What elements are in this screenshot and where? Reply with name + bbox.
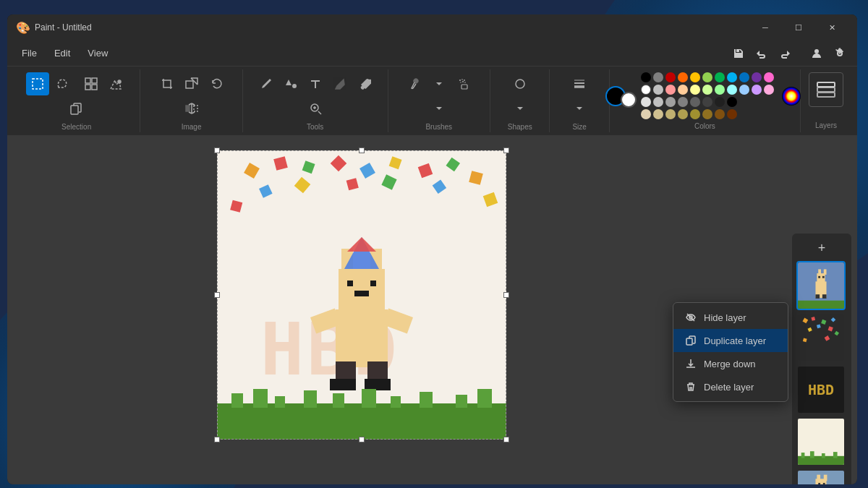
color-vltgreen[interactable] — [702, 85, 712, 95]
maximize-button[interactable]: ☐ — [782, 14, 815, 40]
layer-thumb-2[interactable] — [796, 313, 846, 362]
shape-dropdown[interactable] — [509, 97, 532, 120]
brush-main-tool[interactable] — [403, 72, 426, 95]
text-tool[interactable] — [304, 72, 327, 95]
menu-view[interactable]: View — [79, 45, 116, 61]
resize-tool[interactable] — [180, 72, 203, 95]
zoom-tool[interactable] — [304, 97, 327, 120]
ctx-hide-layer[interactable]: Hide layer — [673, 306, 788, 329]
color-ltblue[interactable] — [727, 72, 737, 82]
pencil-tool[interactable] — [255, 72, 278, 95]
color-ltorange[interactable] — [678, 85, 688, 95]
flip-tool[interactable] — [180, 97, 203, 120]
eyedropper-tool[interactable] — [353, 72, 376, 95]
brush-chevron[interactable] — [427, 72, 451, 95]
settings-icon-btn[interactable] — [830, 43, 850, 64]
background-color[interactable] — [621, 92, 637, 108]
crop-tool[interactable] — [156, 72, 179, 95]
color-circle-4[interactable] — [678, 97, 688, 107]
rotate-tool[interactable] — [205, 72, 228, 95]
color-yellow[interactable] — [690, 72, 700, 82]
color-purple[interactable] — [752, 72, 762, 82]
ctx-delete-layer[interactable]: Delete layer — [673, 375, 788, 398]
spray-tool[interactable] — [452, 72, 475, 95]
color-green[interactable] — [715, 72, 725, 82]
color-ltcyan[interactable] — [727, 85, 737, 95]
ctx-merge-down[interactable]: Merge down — [673, 352, 788, 375]
color-warm-4[interactable] — [678, 109, 688, 119]
brush-right-tool[interactable] — [427, 97, 451, 120]
handle-top-center[interactable] — [359, 147, 365, 153]
layer-thumb-5[interactable] — [796, 469, 846, 484]
color-red[interactable] — [665, 72, 676, 82]
user-icon-btn[interactable] — [807, 43, 827, 64]
handle-bot-center[interactable] — [359, 437, 365, 442]
color-circle-5[interactable] — [690, 97, 700, 107]
color-warm-3[interactable] — [665, 109, 676, 119]
color-ltblue2[interactable] — [739, 85, 749, 95]
magic-select-tool[interactable] — [104, 72, 127, 95]
ctx-duplicate-layer[interactable]: Duplicate layer — [673, 329, 788, 352]
undo-icon-btn[interactable] — [752, 43, 772, 64]
handle-bot-left[interactable] — [214, 437, 220, 442]
shape-main[interactable] — [509, 72, 532, 95]
size-tools — [558, 72, 600, 120]
layer-thumb-3[interactable]: HBD — [796, 365, 846, 414]
size-dropdown[interactable] — [568, 97, 591, 120]
color-black[interactable] — [641, 72, 651, 82]
redo-icon-btn[interactable] — [775, 43, 795, 64]
layer-thumb-4[interactable] — [796, 417, 846, 466]
color-warm-2[interactable] — [653, 109, 663, 119]
color-ltgreen[interactable] — [702, 72, 712, 82]
layer-thumb-1[interactable] — [796, 261, 846, 310]
color-pink[interactable] — [764, 72, 774, 82]
handle-mid-right[interactable] — [503, 292, 509, 298]
color-ltpurple[interactable] — [752, 85, 762, 95]
color-circle-7[interactable] — [715, 97, 725, 107]
color-circle-3[interactable] — [665, 97, 676, 107]
color-ltgreen2[interactable] — [715, 85, 725, 95]
layers-panel-button[interactable] — [809, 72, 843, 107]
color-warm-6[interactable] — [702, 109, 712, 119]
select-freeform-tool[interactable] — [51, 72, 74, 95]
color-row-2 — [641, 85, 774, 95]
color-circle-1[interactable] — [641, 97, 651, 107]
color-circle-8[interactable] — [727, 97, 737, 107]
eraser-tool[interactable] — [328, 72, 352, 95]
select-all-tool[interactable] — [80, 72, 103, 95]
layers-panel: + — [792, 234, 851, 484]
color-warm-8[interactable] — [727, 109, 737, 119]
minimize-button[interactable]: ─ — [749, 14, 782, 40]
color-white[interactable] — [641, 85, 651, 95]
menu-file[interactable]: File — [13, 45, 46, 61]
select-rect-tool[interactable] — [26, 72, 49, 95]
handle-bot-right[interactable] — [503, 437, 509, 442]
color-warm-1[interactable] — [641, 109, 651, 119]
size-selector[interactable] — [568, 72, 591, 95]
canvas[interactable]: HBD — [217, 150, 506, 440]
handle-top-right[interactable] — [503, 147, 509, 153]
color-warm-7[interactable] — [715, 109, 725, 119]
color-blue[interactable] — [739, 72, 749, 82]
menu-edit[interactable]: Edit — [46, 45, 79, 61]
color-palette — [641, 72, 774, 119]
handle-top-left[interactable] — [214, 147, 220, 153]
fill-tool[interactable] — [279, 72, 302, 95]
canvas-area[interactable]: HBD — [7, 136, 857, 484]
color-ltyellow[interactable] — [690, 85, 700, 95]
color-ltpink[interactable] — [764, 85, 774, 95]
color-gray[interactable] — [653, 72, 663, 82]
custom-color-picker[interactable] — [778, 83, 804, 109]
handle-mid-left[interactable] — [214, 292, 220, 298]
add-layer-button[interactable]: + — [796, 238, 847, 258]
copy-paste-tool[interactable] — [65, 97, 88, 120]
color-orange[interactable] — [678, 72, 688, 82]
color-circle-6[interactable] — [702, 97, 712, 107]
color-ltred[interactable] — [665, 85, 676, 95]
save-icon-btn[interactable] — [728, 43, 749, 64]
image-tools — [149, 72, 234, 120]
close-button[interactable]: ✕ — [815, 14, 848, 40]
color-ltgray[interactable] — [653, 85, 663, 95]
color-warm-5[interactable] — [690, 109, 700, 119]
color-circle-2[interactable] — [653, 97, 663, 107]
